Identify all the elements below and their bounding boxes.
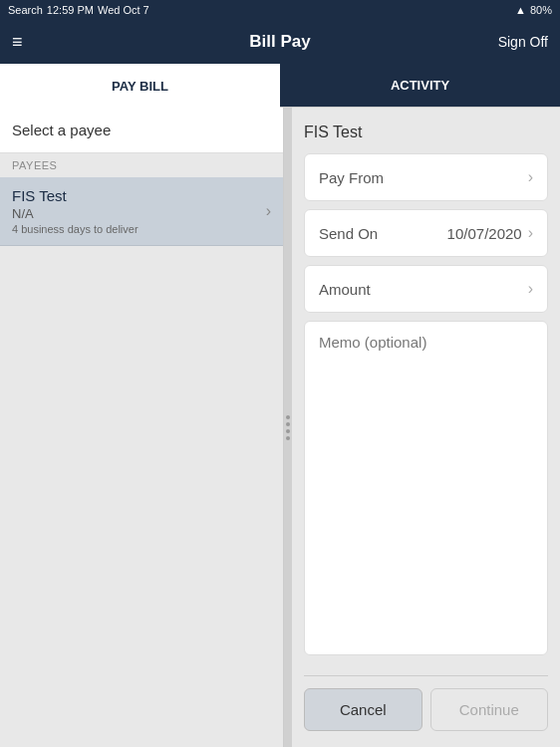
divider-dots [286, 415, 290, 440]
action-buttons: Cancel Continue [304, 688, 548, 731]
header: ≡ Bill Pay Sign Off [0, 20, 560, 64]
payee-account: N/A [12, 206, 139, 221]
payee-list-item[interactable]: FIS Test N/A 4 business days to deliver … [0, 177, 283, 246]
status-bar-right: ▲ 80% [515, 4, 552, 16]
panel-divider [284, 108, 292, 747]
payee-chevron-icon: › [266, 202, 271, 220]
status-bar: Search 12:59 PM Wed Oct 7 ▲ 80% [0, 0, 560, 20]
send-on-row[interactable]: Send On 10/07/2020 › [304, 209, 548, 257]
battery-label: 80% [530, 4, 552, 16]
divider-dot-1 [286, 415, 290, 419]
form-divider [304, 675, 548, 676]
pay-from-row[interactable]: Pay From › [304, 153, 548, 201]
memo-input[interactable] [319, 334, 533, 413]
status-bar-left: Search 12:59 PM Wed Oct 7 [8, 4, 149, 16]
wifi-icon: ▲ [515, 4, 526, 16]
cancel-button[interactable]: Cancel [304, 688, 422, 731]
pay-from-label: Pay From [319, 169, 384, 186]
tab-activity-label: ACTIVITY [391, 78, 449, 93]
header-title: Bill Pay [249, 32, 310, 52]
divider-dot-2 [286, 422, 290, 426]
tab-activity[interactable]: ACTIVITY [280, 64, 560, 108]
payee-name: FIS Test [12, 187, 139, 204]
send-on-value-group: 10/07/2020 › [447, 224, 533, 242]
selected-payee-name: FIS Test [304, 124, 548, 141]
signoff-button[interactable]: Sign Off [498, 34, 548, 50]
divider-dot-4 [286, 436, 290, 440]
memo-box [304, 321, 548, 655]
status-time: 12:59 PM [47, 4, 94, 16]
tab-bar: PAY BILL ACTIVITY [0, 64, 560, 108]
menu-icon[interactable]: ≡ [12, 32, 23, 53]
main-layout: Select a payee PAYEES FIS Test N/A 4 bus… [0, 108, 560, 747]
continue-button: Continue [430, 688, 549, 731]
send-on-chevron-icon: › [528, 224, 533, 242]
amount-chevron-icon: › [528, 280, 533, 298]
tab-pay-bill[interactable]: PAY BILL [0, 64, 280, 108]
left-panel: Select a payee PAYEES FIS Test N/A 4 bus… [0, 108, 284, 747]
payee-delivery: 4 business days to deliver [12, 223, 139, 235]
divider-dot-3 [286, 429, 290, 433]
send-on-label: Send On [319, 225, 378, 242]
search-label: Search [8, 4, 43, 16]
send-on-date: 10/07/2020 [447, 225, 522, 242]
amount-row[interactable]: Amount › [304, 265, 548, 313]
pay-from-chevron-icon: › [528, 168, 533, 186]
amount-label: Amount [319, 281, 371, 298]
select-payee-label: Select a payee [0, 108, 283, 153]
payees-section-header: PAYEES [0, 153, 283, 177]
payee-info: FIS Test N/A 4 business days to deliver [12, 187, 139, 235]
right-panel: FIS Test Pay From › Send On 10/07/2020 ›… [292, 108, 560, 747]
tab-pay-bill-label: PAY BILL [112, 79, 168, 94]
status-date: Wed Oct 7 [98, 4, 149, 16]
